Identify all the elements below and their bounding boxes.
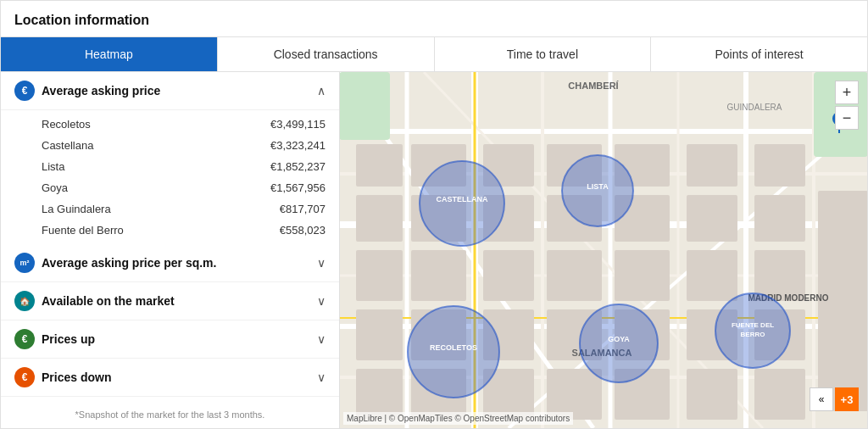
svg-text:RECOLETOS: RECOLETOS (430, 343, 477, 352)
section-prices-up[interactable]: € Prices up ∨ (1, 320, 339, 359)
avg-sqm-label: Average asking price per sq.m. (42, 256, 317, 270)
table-row: Lista €1,852,237 (1, 156, 339, 177)
svg-text:CHAMBERÍ: CHAMBERÍ (568, 81, 619, 91)
svg-rect-37 (483, 250, 534, 301)
svg-rect-21 (356, 144, 403, 187)
left-panel: € Average asking price ∧ Recoletos €3,49… (1, 72, 340, 428)
avg-price-label: Average asking price (42, 84, 317, 98)
svg-point-65 (580, 304, 658, 382)
avg-sqm-chevron: ∨ (317, 256, 326, 270)
collapse-arrow-button[interactable]: « (810, 387, 833, 411)
map-svg: CHAMBERÍ GUINDALERA MADRID MODERNO SALAM… (340, 72, 867, 428)
prices-up-chevron: ∨ (317, 332, 326, 346)
page-wrapper: Location information Heatmap Closed tran… (0, 0, 868, 429)
page-title: Location information (1, 1, 867, 36)
prices-up-icon: € (14, 329, 35, 349)
svg-rect-40 (687, 250, 737, 301)
svg-rect-54 (687, 369, 737, 420)
svg-rect-39 (615, 250, 670, 301)
svg-rect-29 (687, 144, 737, 187)
table-row: Castellana €3,323,241 (1, 135, 339, 156)
available-label: Available on the market (42, 294, 317, 308)
svg-text:GOYA: GOYA (608, 335, 630, 343)
map-controls: + − (835, 81, 859, 130)
svg-text:LISTA: LISTA (587, 182, 609, 191)
tab-points-of-interest[interactable]: Points of interest (651, 37, 867, 71)
svg-rect-35 (356, 250, 403, 301)
zoom-in-button[interactable]: + (835, 81, 859, 104)
svg-point-61 (420, 161, 504, 246)
svg-rect-33 (687, 195, 737, 242)
avg-price-icon: € (14, 81, 35, 101)
prices-down-chevron: ∨ (317, 370, 326, 384)
svg-text:GUINDALERA: GUINDALERA (726, 103, 782, 112)
tabs-bar: Heatmap Closed transactions Time to trav… (1, 36, 867, 72)
svg-rect-38 (547, 250, 602, 301)
price-list: Recoletos €3,499,115 Castellana €3,323,2… (1, 110, 339, 244)
snapshot-note: *Snapshot of the market for the last 3 m… (1, 403, 339, 428)
tab-closed-transactions[interactable]: Closed transactions (218, 37, 435, 71)
svg-rect-42 (356, 309, 403, 360)
svg-point-67 (408, 306, 499, 398)
available-icon: 🏠 (14, 291, 35, 311)
svg-rect-34 (754, 195, 805, 242)
svg-rect-55 (754, 369, 805, 420)
table-row: Goya €1,567,956 (1, 177, 339, 198)
svg-rect-18 (340, 72, 390, 140)
svg-text:CASTELLANA: CASTELLANA (437, 195, 488, 203)
tab-time-to-travel[interactable]: Time to travel (435, 37, 652, 71)
available-chevron: ∨ (317, 294, 326, 308)
tab-heatmap[interactable]: Heatmap (1, 37, 218, 71)
svg-rect-30 (754, 144, 805, 187)
table-row: Recoletos €3,499,115 (1, 114, 339, 135)
section-avg-asking-price[interactable]: € Average asking price ∧ (1, 72, 339, 110)
map-area[interactable]: CHAMBERÍ GUINDALERA MADRID MODERNO SALAM… (340, 72, 867, 428)
svg-rect-36 (411, 250, 466, 301)
table-row: La Guindalera €817,707 (1, 198, 339, 220)
zoom-out-button[interactable]: − (835, 106, 859, 130)
svg-rect-24 (356, 195, 403, 242)
svg-text:BERRO: BERRO (741, 331, 765, 338)
section-prices-down[interactable]: € Prices down ∨ (1, 359, 339, 397)
map-badge: +3 (835, 387, 859, 411)
table-row: Fuente del Berro €558,023 (1, 220, 339, 241)
prices-down-icon: € (14, 367, 35, 387)
map-attribution: MapLibre | © OpenMapTiles © OpenStreetMa… (343, 412, 573, 425)
prices-down-label: Prices down (42, 370, 317, 384)
section-available-on-market[interactable]: 🏠 Available on the market ∨ (1, 282, 339, 320)
prices-up-label: Prices up (42, 332, 317, 346)
svg-text:FUENTE DEL: FUENTE DEL (732, 321, 774, 329)
main-content: € Average asking price ∧ Recoletos €3,49… (1, 72, 867, 428)
section-avg-asking-price-sqm[interactable]: m² Average asking price per sq.m. ∨ (1, 244, 339, 282)
collapse-controls: « +3 (810, 387, 859, 411)
avg-price-chevron: ∧ (317, 84, 326, 98)
svg-point-63 (562, 155, 633, 226)
avg-sqm-icon: m² (14, 253, 35, 273)
